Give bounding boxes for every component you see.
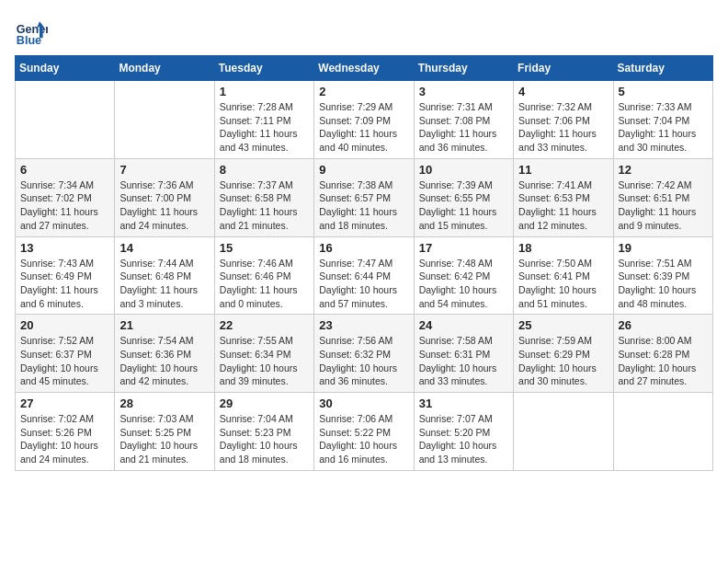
- day-number: 20: [20, 318, 109, 332]
- calendar-cell: 17Sunrise: 7:48 AM Sunset: 6:42 PM Dayli…: [414, 236, 513, 315]
- col-header-sunday: Sunday: [16, 56, 115, 81]
- day-number: 29: [220, 396, 309, 410]
- day-number: 16: [319, 241, 408, 255]
- calendar-cell: 28Sunrise: 7:03 AM Sunset: 5:25 PM Dayli…: [115, 393, 214, 471]
- day-info: Sunrise: 7:56 AM Sunset: 6:32 PM Dayligh…: [319, 334, 408, 388]
- calendar-cell: 19Sunrise: 7:51 AM Sunset: 6:39 PM Dayli…: [613, 236, 712, 315]
- day-info: Sunrise: 7:58 AM Sunset: 6:31 PM Dayligh…: [419, 334, 508, 388]
- day-number: 23: [319, 318, 408, 332]
- calendar-cell: 16Sunrise: 7:47 AM Sunset: 6:44 PM Dayli…: [314, 236, 414, 315]
- day-info: Sunrise: 7:32 AM Sunset: 7:06 PM Dayligh…: [518, 100, 608, 155]
- day-number: 26: [619, 318, 708, 332]
- calendar-cell: [514, 393, 613, 471]
- day-number: 2: [319, 85, 408, 98]
- col-header-saturday: Saturday: [613, 56, 712, 81]
- day-info: Sunrise: 7:59 AM Sunset: 6:29 PM Dayligh…: [518, 334, 608, 388]
- calendar-cell: 25Sunrise: 7:59 AM Sunset: 6:29 PM Dayli…: [514, 315, 613, 393]
- day-info: Sunrise: 7:42 AM Sunset: 6:51 PM Dayligh…: [619, 178, 708, 233]
- col-header-wednesday: Wednesday: [314, 56, 414, 81]
- calendar-cell: 26Sunrise: 8:00 AM Sunset: 6:28 PM Dayli…: [613, 315, 712, 393]
- day-number: 30: [319, 396, 408, 410]
- day-info: Sunrise: 7:31 AM Sunset: 7:08 PM Dayligh…: [419, 100, 508, 155]
- day-info: Sunrise: 7:41 AM Sunset: 6:53 PM Dayligh…: [518, 178, 608, 233]
- day-info: Sunrise: 7:54 AM Sunset: 6:36 PM Dayligh…: [119, 334, 209, 388]
- calendar-cell: 12Sunrise: 7:42 AM Sunset: 6:51 PM Dayli…: [613, 158, 712, 236]
- day-info: Sunrise: 7:38 AM Sunset: 6:57 PM Dayligh…: [319, 178, 408, 233]
- day-number: 9: [319, 163, 408, 177]
- day-number: 11: [518, 163, 608, 177]
- day-number: 28: [119, 396, 209, 410]
- col-header-friday: Friday: [514, 56, 613, 81]
- day-number: 4: [518, 85, 608, 98]
- day-info: Sunrise: 7:43 AM Sunset: 6:49 PM Dayligh…: [20, 257, 109, 311]
- calendar-cell: [16, 81, 115, 159]
- day-number: 15: [220, 241, 309, 255]
- day-number: 18: [518, 241, 608, 255]
- calendar-week-row: 1Sunrise: 7:28 AM Sunset: 7:11 PM Daylig…: [16, 81, 713, 159]
- calendar-table: SundayMondayTuesdayWednesdayThursdayFrid…: [15, 55, 713, 471]
- day-info: Sunrise: 7:28 AM Sunset: 7:11 PM Dayligh…: [220, 100, 309, 155]
- calendar-cell: 7Sunrise: 7:36 AM Sunset: 7:00 PM Daylig…: [115, 158, 214, 236]
- calendar-cell: 31Sunrise: 7:07 AM Sunset: 5:20 PM Dayli…: [414, 393, 513, 471]
- calendar-cell: 8Sunrise: 7:37 AM Sunset: 6:58 PM Daylig…: [214, 158, 313, 236]
- day-info: Sunrise: 7:02 AM Sunset: 5:26 PM Dayligh…: [20, 412, 109, 466]
- col-header-monday: Monday: [115, 56, 214, 81]
- day-info: Sunrise: 7:06 AM Sunset: 5:22 PM Dayligh…: [319, 412, 408, 466]
- day-number: 31: [419, 396, 508, 410]
- day-info: Sunrise: 7:37 AM Sunset: 6:58 PM Dayligh…: [220, 178, 309, 233]
- day-info: Sunrise: 7:07 AM Sunset: 5:20 PM Dayligh…: [419, 412, 508, 466]
- svg-text:Blue: Blue: [17, 34, 41, 47]
- calendar-cell: 13Sunrise: 7:43 AM Sunset: 6:49 PM Dayli…: [16, 236, 115, 315]
- calendar-cell: 5Sunrise: 7:33 AM Sunset: 7:04 PM Daylig…: [613, 81, 712, 159]
- calendar-cell: 6Sunrise: 7:34 AM Sunset: 7:02 PM Daylig…: [16, 158, 115, 236]
- calendar-cell: 18Sunrise: 7:50 AM Sunset: 6:41 PM Dayli…: [514, 236, 613, 315]
- calendar-week-row: 6Sunrise: 7:34 AM Sunset: 7:02 PM Daylig…: [16, 158, 713, 236]
- calendar-cell: [613, 393, 712, 471]
- calendar-cell: 10Sunrise: 7:39 AM Sunset: 6:55 PM Dayli…: [414, 158, 513, 236]
- calendar-cell: 14Sunrise: 7:44 AM Sunset: 6:48 PM Dayli…: [115, 236, 214, 315]
- day-info: Sunrise: 7:47 AM Sunset: 6:44 PM Dayligh…: [319, 257, 408, 311]
- calendar-cell: 20Sunrise: 7:52 AM Sunset: 6:37 PM Dayli…: [16, 315, 115, 393]
- calendar-cell: 11Sunrise: 7:41 AM Sunset: 6:53 PM Dayli…: [514, 158, 613, 236]
- day-number: 12: [619, 163, 708, 177]
- page-header: General Blue: [15, 15, 713, 48]
- calendar-cell: 3Sunrise: 7:31 AM Sunset: 7:08 PM Daylig…: [414, 81, 513, 159]
- day-info: Sunrise: 7:33 AM Sunset: 7:04 PM Dayligh…: [619, 100, 708, 155]
- calendar-cell: 27Sunrise: 7:02 AM Sunset: 5:26 PM Dayli…: [16, 393, 115, 471]
- day-number: 3: [419, 85, 508, 98]
- day-info: Sunrise: 7:51 AM Sunset: 6:39 PM Dayligh…: [619, 257, 708, 311]
- day-number: 14: [119, 241, 209, 255]
- calendar-cell: 24Sunrise: 7:58 AM Sunset: 6:31 PM Dayli…: [414, 315, 513, 393]
- day-info: Sunrise: 7:04 AM Sunset: 5:23 PM Dayligh…: [220, 412, 309, 466]
- day-number: 27: [20, 396, 109, 410]
- calendar-week-row: 20Sunrise: 7:52 AM Sunset: 6:37 PM Dayli…: [16, 315, 713, 393]
- day-number: 10: [419, 163, 508, 177]
- day-info: Sunrise: 7:52 AM Sunset: 6:37 PM Dayligh…: [20, 334, 109, 388]
- calendar-cell: 21Sunrise: 7:54 AM Sunset: 6:36 PM Dayli…: [115, 315, 214, 393]
- day-number: 25: [518, 318, 608, 332]
- calendar-cell: 29Sunrise: 7:04 AM Sunset: 5:23 PM Dayli…: [214, 393, 313, 471]
- day-number: 17: [419, 241, 508, 255]
- day-number: 7: [119, 163, 209, 177]
- day-number: 6: [20, 163, 109, 177]
- day-number: 5: [619, 85, 708, 98]
- logo-icon: General Blue: [15, 15, 48, 48]
- calendar-header-row: SundayMondayTuesdayWednesdayThursdayFrid…: [16, 56, 713, 81]
- day-info: Sunrise: 7:46 AM Sunset: 6:46 PM Dayligh…: [220, 257, 309, 311]
- calendar-cell: 23Sunrise: 7:56 AM Sunset: 6:32 PM Dayli…: [314, 315, 414, 393]
- day-info: Sunrise: 7:29 AM Sunset: 7:09 PM Dayligh…: [319, 100, 408, 155]
- day-info: Sunrise: 7:55 AM Sunset: 6:34 PM Dayligh…: [220, 334, 309, 388]
- calendar-cell: 22Sunrise: 7:55 AM Sunset: 6:34 PM Dayli…: [214, 315, 313, 393]
- day-info: Sunrise: 7:34 AM Sunset: 7:02 PM Dayligh…: [20, 178, 109, 233]
- calendar-week-row: 13Sunrise: 7:43 AM Sunset: 6:49 PM Dayli…: [16, 236, 713, 315]
- calendar-cell: 9Sunrise: 7:38 AM Sunset: 6:57 PM Daylig…: [314, 158, 414, 236]
- day-number: 21: [119, 318, 209, 332]
- calendar-cell: 30Sunrise: 7:06 AM Sunset: 5:22 PM Dayli…: [314, 393, 414, 471]
- day-info: Sunrise: 7:48 AM Sunset: 6:42 PM Dayligh…: [419, 257, 508, 311]
- logo: General Blue: [15, 15, 48, 48]
- day-number: 8: [220, 163, 309, 177]
- day-info: Sunrise: 7:44 AM Sunset: 6:48 PM Dayligh…: [119, 257, 209, 311]
- day-number: 1: [220, 85, 309, 98]
- day-info: Sunrise: 7:50 AM Sunset: 6:41 PM Dayligh…: [518, 257, 608, 311]
- calendar-cell: 15Sunrise: 7:46 AM Sunset: 6:46 PM Dayli…: [214, 236, 313, 315]
